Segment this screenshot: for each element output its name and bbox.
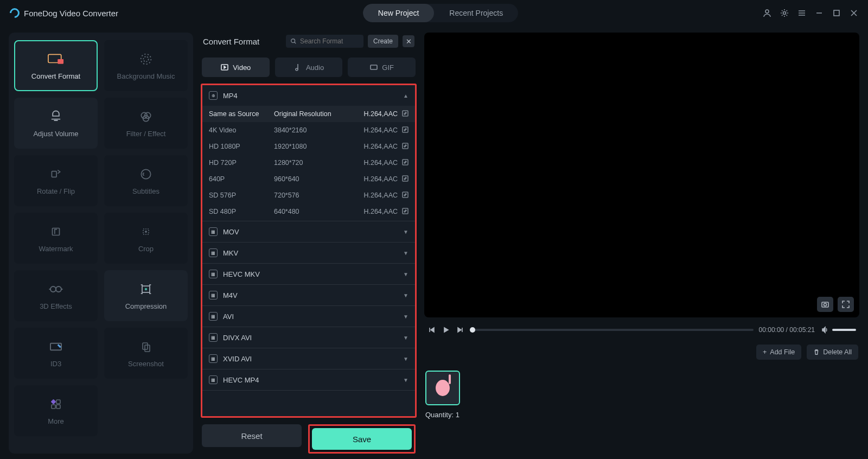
tab-gif[interactable]: GIF [348, 58, 416, 77]
sidebar-item-screenshot[interactable]: Screenshot [104, 328, 188, 379]
prev-button[interactable] [427, 326, 436, 334]
volume-icon[interactable] [820, 326, 829, 334]
gif-tab-icon [369, 63, 378, 72]
minimize-icon[interactable] [815, 9, 824, 17]
format-option-row[interactable]: 640P 960*640 H.264,AAC [202, 171, 415, 187]
tab-audio[interactable]: Audio [275, 58, 343, 77]
sidebar-item-3d-effects[interactable]: 3D Effects [14, 270, 98, 321]
queue-item[interactable] [425, 371, 460, 405]
format-option-row[interactable]: SD 576P 720*576 H.264,AAC [202, 187, 415, 203]
reset-button[interactable]: Reset [202, 424, 302, 447]
format-icon: ▦ [209, 227, 218, 236]
edit-icon[interactable] [402, 110, 409, 118]
add-file-button[interactable]: + Add File [756, 345, 801, 360]
svg-point-14 [145, 231, 147, 233]
search-icon [290, 38, 297, 44]
format-option-row[interactable]: SD 480P 640*480 H.264,AAC [202, 203, 415, 220]
sidebar-item-label: Filter / Effect [126, 130, 166, 138]
video-preview[interactable] [424, 33, 859, 317]
sidebar-item-label: Adjust Volume [33, 130, 78, 138]
svg-rect-25 [56, 405, 60, 409]
sidebar-item-label: Crop [138, 245, 154, 253]
app-logo-icon [8, 6, 21, 20]
sidebar-item-adjust-volume[interactable]: Adjust Volume [14, 98, 98, 149]
time-display: 00:00:00 / 00:05:21 [759, 326, 815, 334]
svg-point-18 [145, 288, 148, 290]
play-button[interactable] [442, 326, 450, 334]
format-list[interactable]: ⊕ MP4 ▲ Same as Source Original Resoluti… [201, 84, 417, 418]
chevron-down-icon: ▼ [403, 250, 409, 256]
svg-point-5 [143, 56, 148, 61]
save-button[interactable]: Save [312, 428, 412, 450]
sidebar-item-rotate-flip[interactable]: Rotate / Flip [14, 155, 98, 206]
codec-label: H.264,AAC [344, 192, 398, 199]
progress-bar[interactable] [470, 329, 754, 331]
menu-icon[interactable] [797, 9, 806, 17]
sidebar-item-background-music[interactable]: Background Music [104, 40, 188, 91]
format-option-row[interactable]: Same as Source Original Resolution H.264… [202, 106, 415, 122]
format-option-row[interactable]: 4K Video 3840*2160 H.264,AAC [202, 122, 415, 138]
format-group-header[interactable]: ▦ AVI ▼ [202, 306, 415, 327]
user-icon[interactable] [763, 9, 771, 17]
edit-icon[interactable] [402, 208, 409, 216]
resolution-label: 640*480 [274, 208, 344, 215]
edit-icon[interactable] [402, 192, 409, 200]
settings-icon[interactable] [780, 9, 789, 17]
file-queue: Quantity: 1 [424, 366, 859, 454]
format-group-header[interactable]: ▦ HEVC MP4 ▼ [202, 369, 415, 390]
close-icon[interactable] [850, 9, 858, 17]
sidebar-item-crop[interactable]: Crop [104, 213, 188, 264]
format-group-header[interactable]: ▦ DIVX AVI ▼ [202, 327, 415, 348]
delete-all-button[interactable]: Delete All [807, 345, 858, 360]
sidebar-item-more[interactable]: More [14, 385, 98, 436]
resolution-label: 1920*1080 [274, 143, 344, 150]
search-input[interactable] [300, 37, 354, 45]
create-button[interactable]: Create [368, 35, 398, 48]
tab-new-project[interactable]: New Project [363, 4, 434, 22]
edit-icon[interactable] [402, 143, 409, 151]
edit-icon[interactable] [402, 159, 409, 167]
search-format[interactable] [286, 35, 363, 48]
edit-icon[interactable] [402, 175, 409, 183]
sidebar-item-filter-effect[interactable]: Filter / Effect [104, 98, 188, 149]
format-group-header[interactable]: ▦ XVID AVI ▼ [202, 348, 415, 369]
sidebar-item-watermark[interactable]: Watermark [14, 213, 98, 264]
resolution-label: 720*576 [274, 192, 344, 199]
svg-point-38 [824, 303, 827, 306]
format-icon: ▦ [209, 312, 218, 321]
progress-knob[interactable] [470, 327, 475, 333]
format-group-header[interactable]: ▦ M4V ▼ [202, 285, 415, 305]
tab-recent-projects[interactable]: Recent Projects [434, 4, 518, 22]
maximize-icon[interactable] [832, 9, 841, 17]
screenshot-button[interactable] [817, 297, 833, 312]
sidebar-item-id3[interactable]: ID3 [14, 328, 98, 379]
volume-slider[interactable] [832, 329, 856, 331]
tab-video[interactable]: Video [202, 58, 270, 77]
close-panel-button[interactable]: ✕ [403, 35, 414, 47]
edit-icon[interactable] [402, 126, 409, 135]
format-group: ▦ MKV ▼ [202, 243, 415, 264]
format-option-row[interactable]: HD 720P 1280*720 H.264,AAC [202, 155, 415, 171]
format-group: ▦ HEVC MP4 ▼ [202, 369, 415, 391]
format-group-header[interactable]: ▦ HEVC MKV ▼ [202, 264, 415, 284]
format-group-header[interactable]: ▦ MKV ▼ [202, 243, 415, 263]
compression-icon [137, 282, 155, 297]
format-name: XVID AVI [223, 355, 252, 363]
panel-title: Convert Format [203, 37, 282, 46]
format-group-header[interactable]: ⊕ MP4 ▲ [202, 85, 415, 106]
sidebar-item-convert-format[interactable]: Convert Format [14, 40, 98, 91]
quantity-label: Quantity: 1 [425, 411, 460, 419]
watermark-icon [47, 224, 65, 239]
mp4-icon: ⊕ [209, 91, 218, 100]
next-button[interactable] [456, 326, 464, 334]
format-group-header[interactable]: ▦ MOV ▼ [202, 221, 415, 242]
sidebar-item-subtitles[interactable]: Subtitles [104, 155, 188, 206]
format-icon: ▦ [209, 333, 218, 342]
sidebar-item-compression[interactable]: Compression [104, 270, 188, 321]
fullscreen-button[interactable] [838, 297, 854, 312]
format-group-mp4: ⊕ MP4 ▲ Same as Source Original Resoluti… [202, 85, 415, 221]
svg-rect-10 [52, 171, 56, 177]
id3-icon [47, 339, 65, 354]
format-option-row[interactable]: HD 1080P 1920*1080 H.264,AAC [202, 138, 415, 155]
preview-pane: 00:00:00 / 00:05:21 + Add File Delete Al… [424, 33, 859, 454]
